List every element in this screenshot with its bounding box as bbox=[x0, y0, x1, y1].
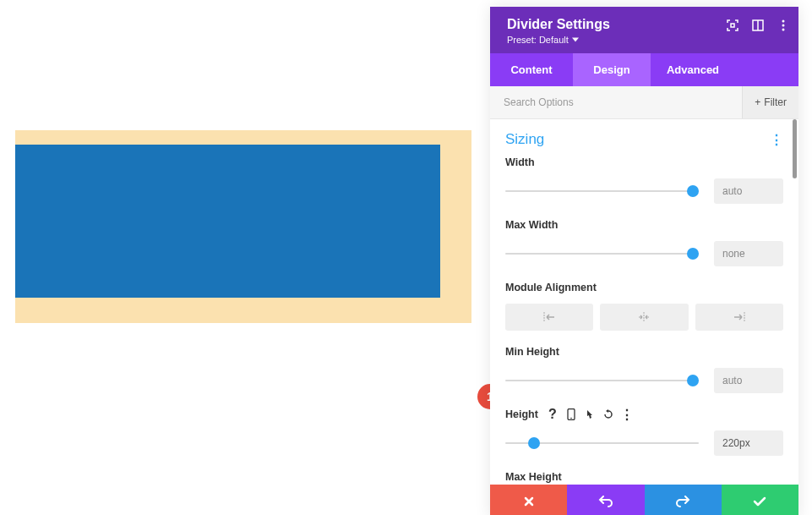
max-width-slider[interactable] bbox=[505, 248, 699, 260]
redo-button[interactable] bbox=[645, 485, 722, 515]
filter-button[interactable]: + Filter bbox=[742, 86, 798, 118]
width-slider[interactable] bbox=[505, 185, 699, 197]
option-alignment: Module Alignment bbox=[505, 282, 783, 331]
redo-icon bbox=[675, 496, 690, 507]
undo-icon bbox=[598, 496, 613, 507]
filter-label: Filter bbox=[764, 96, 787, 108]
search-input[interactable] bbox=[490, 86, 742, 118]
check-icon bbox=[753, 496, 766, 507]
svg-rect-0 bbox=[731, 24, 734, 27]
search-row: + Filter bbox=[490, 86, 798, 119]
tab-design[interactable]: Design bbox=[573, 53, 651, 86]
slider-thumb[interactable] bbox=[687, 185, 699, 197]
preview-divider bbox=[15, 145, 440, 298]
columns-icon[interactable] bbox=[751, 19, 765, 32]
section-kebab-icon[interactable]: ⋮ bbox=[770, 132, 783, 148]
align-left-button[interactable] bbox=[505, 304, 593, 331]
plus-icon: + bbox=[755, 96, 760, 108]
slider-thumb[interactable] bbox=[687, 248, 699, 260]
option-max-height: Max Height bbox=[505, 471, 783, 485]
align-center-button[interactable] bbox=[600, 304, 688, 331]
settings-panel: Divider Settings Preset: Default Content… bbox=[490, 7, 798, 515]
option-min-height: Min Height bbox=[505, 346, 783, 393]
reset-icon[interactable] bbox=[602, 408, 614, 420]
preset-label: Preset: Default bbox=[507, 35, 569, 45]
tabs: Content Design Advanced bbox=[490, 53, 798, 86]
height-label: Height bbox=[505, 408, 538, 420]
help-icon[interactable]: ? bbox=[547, 408, 559, 420]
max-width-label: Max Width bbox=[505, 219, 558, 231]
hover-icon[interactable] bbox=[584, 408, 596, 420]
close-icon bbox=[523, 496, 535, 507]
svg-point-3 bbox=[782, 20, 785, 23]
svg-point-10 bbox=[570, 418, 572, 419]
tab-advanced[interactable]: Advanced bbox=[651, 53, 735, 86]
scrollbar-thumb[interactable] bbox=[793, 119, 797, 178]
align-right-icon bbox=[733, 312, 746, 322]
tab-content[interactable]: Content bbox=[490, 53, 573, 86]
save-button[interactable] bbox=[722, 485, 798, 515]
undo-button[interactable] bbox=[567, 485, 644, 515]
svg-point-5 bbox=[782, 29, 785, 31]
kebab-icon[interactable]: ⋮ bbox=[621, 408, 633, 420]
max-width-input[interactable] bbox=[714, 241, 783, 266]
option-max-width: Max Width bbox=[505, 219, 783, 266]
kebab-icon[interactable] bbox=[777, 19, 790, 32]
caret-down-icon bbox=[572, 36, 579, 43]
phone-icon[interactable] bbox=[565, 408, 577, 420]
option-height: Height ? ⋮ bbox=[505, 408, 783, 456]
option-width: Width bbox=[505, 156, 783, 204]
svg-point-4 bbox=[782, 25, 785, 27]
width-label: Width bbox=[505, 156, 535, 168]
align-left-icon bbox=[542, 312, 556, 322]
height-slider[interactable] bbox=[505, 437, 699, 449]
slider-thumb[interactable] bbox=[687, 375, 699, 386]
slider-thumb[interactable] bbox=[528, 437, 540, 449]
preset-dropdown[interactable]: Preset: Default bbox=[507, 35, 785, 45]
min-height-slider[interactable] bbox=[505, 375, 699, 386]
height-input[interactable] bbox=[714, 430, 783, 456]
min-height-label: Min Height bbox=[505, 346, 559, 358]
min-height-input[interactable] bbox=[714, 368, 783, 393]
panel-footer bbox=[490, 485, 798, 515]
panel-header: Divider Settings Preset: Default bbox=[490, 7, 798, 53]
close-button[interactable] bbox=[490, 485, 567, 515]
panel-body: Sizing ⋮ Width Max Width bbox=[490, 119, 798, 485]
max-height-label: Max Height bbox=[505, 471, 562, 483]
expand-icon[interactable] bbox=[726, 19, 739, 32]
align-right-button[interactable] bbox=[695, 304, 783, 331]
section-title: Sizing bbox=[505, 131, 544, 148]
alignment-label: Module Alignment bbox=[505, 282, 597, 293]
preview-section bbox=[15, 130, 471, 323]
width-input[interactable] bbox=[714, 178, 783, 204]
align-center-icon bbox=[637, 312, 651, 322]
